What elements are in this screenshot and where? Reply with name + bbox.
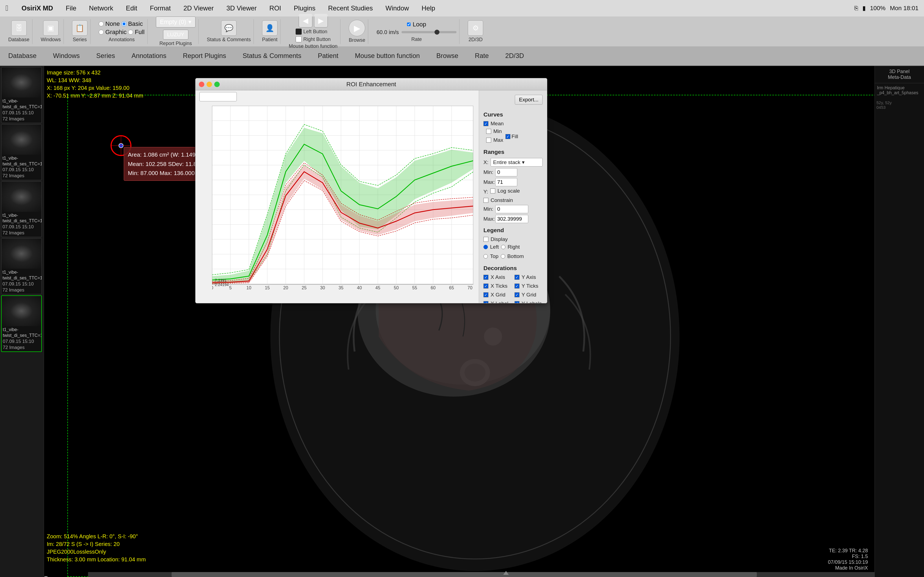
database-label[interactable]: Database [8, 37, 29, 43]
legend-right-radio[interactable] [501, 245, 506, 249]
y-labels-checkbox[interactable]: ✓ [515, 301, 520, 303]
none-radio-input[interactable] [99, 21, 104, 26]
y-axis-label: Y Axis [522, 274, 536, 280]
graphic-radio[interactable]: Graphic Full [99, 29, 145, 36]
status-button[interactable]: 💬 [221, 20, 236, 36]
toolbar-browse: ▶ Browse [346, 19, 368, 44]
tab-windows[interactable]: Windows [53, 50, 80, 63]
tab-rate[interactable]: Rate [475, 50, 489, 63]
2d3d-button[interactable]: ⚙ [468, 20, 483, 36]
tab-status[interactable]: Status & Comments [242, 50, 301, 63]
legend-left-radio[interactable] [483, 245, 488, 249]
roi-maximize-button[interactable] [214, 82, 220, 87]
report-dropdown[interactable]: Empty (0) ▾ [156, 16, 195, 27]
x-grid-row: ✓ X Grid [483, 292, 512, 298]
x-min-input[interactable] [495, 168, 517, 176]
export-button[interactable]: Export... [515, 95, 543, 105]
tab-mouse[interactable]: Mouse button function [355, 50, 420, 63]
none-radio[interactable]: None Basic [99, 20, 145, 27]
viewer-area[interactable]: 4D (5/5) - t1_vibe-twist_dixon_tra_p4_bh… [44, 66, 924, 577]
roi-minimize-button[interactable] [207, 82, 212, 87]
x-max-input[interactable] [495, 178, 517, 186]
loop-checkbox[interactable] [407, 23, 410, 26]
tab-annotations[interactable]: Annotations [131, 50, 166, 63]
meta-data-label[interactable]: Meta-Data [877, 74, 921, 80]
min-label: Min [493, 128, 502, 134]
display-dropdown[interactable]: Display: All ▾ [199, 92, 237, 102]
legend-top[interactable]: Top [483, 253, 499, 259]
series-item-4[interactable]: t1_vibe-twist_di_ses_TTC=1 07.09.15 15:1… [1, 295, 42, 352]
horizontal-scrollbar[interactable] [88, 572, 924, 577]
series-item-0[interactable]: t1_vibe-twist_di_ses_TTC=1 07.09.15 15:1… [1, 67, 42, 123]
mean-checkbox[interactable]: ✓ [483, 121, 488, 126]
rate-slider-thumb[interactable] [435, 30, 439, 35]
series-item-1[interactable]: t1_vibe-twist_di_ses_TTC=1 07.09.15 15:1… [1, 124, 42, 180]
menu-app[interactable]: OsiriX MD [19, 3, 55, 13]
graphic-radio-input[interactable] [99, 30, 104, 35]
clock: Mon 18:01 [890, 5, 919, 12]
menu-help[interactable]: Help [419, 3, 437, 13]
tab-series[interactable]: Series [96, 50, 115, 63]
max-checkbox[interactable] [486, 138, 491, 143]
roi-close-button[interactable] [199, 82, 204, 87]
tab-browse[interactable]: Browse [436, 50, 459, 63]
tab-database[interactable]: Database [8, 50, 37, 63]
full-radio-input[interactable] [128, 30, 133, 35]
tab-report[interactable]: Report Plugins [183, 50, 226, 63]
svg-marker-69 [503, 571, 509, 575]
roi-chart-area: Display: All ▾ [195, 90, 479, 303]
play-button[interactable]: ▶ [349, 20, 365, 36]
patient-id-num: 0453 [876, 105, 922, 110]
x-label-checkbox[interactable]: ✓ [483, 301, 488, 303]
x-axis-checkbox[interactable]: ✓ [483, 275, 488, 280]
y-axis-checkbox[interactable]: ✓ [515, 275, 520, 280]
y-grid-label: Y Grid [522, 292, 536, 298]
x-min-label: Min: [483, 169, 493, 175]
menu-plugins[interactable]: Plugins [291, 3, 318, 13]
menu-edit[interactable]: Edit [124, 3, 139, 13]
menu-format[interactable]: Format [148, 3, 173, 13]
tab-2d3d[interactable]: 2D/3D [505, 50, 524, 63]
log-scale-checkbox[interactable] [490, 189, 495, 193]
patient-button[interactable]: 👤 [262, 20, 278, 36]
x-range-dropdown[interactable]: Entire stack ▾ [491, 158, 543, 166]
series-button[interactable]: 📋 [72, 20, 87, 36]
menu-window[interactable]: Window [383, 3, 411, 13]
rate-slider[interactable] [402, 31, 457, 33]
database-button[interactable]: 🗄 [11, 20, 27, 36]
basic-radio-input[interactable] [121, 21, 126, 26]
windows-label[interactable]: Windows [41, 37, 61, 43]
windows-button[interactable]: ▣ [43, 20, 58, 36]
y-max-input[interactable] [495, 215, 528, 223]
series-item-2[interactable]: t1_vibe-twist_di_ses_TTC=1 07.09.15 15:1… [1, 181, 42, 237]
legend-bottom[interactable]: Bottom [501, 253, 524, 259]
menu-3d-viewer[interactable]: 3D Viewer [224, 3, 259, 13]
y-ticks-checkbox[interactable]: ✓ [515, 284, 520, 288]
scrollbar-thumb[interactable] [171, 572, 757, 577]
series-label[interactable]: Series [73, 37, 87, 43]
legend-left[interactable]: Left [483, 244, 499, 250]
tab-patient[interactable]: Patient [318, 50, 339, 63]
svg-text:25: 25 [302, 285, 307, 290]
menu-roi[interactable]: ROI [267, 3, 284, 13]
min-checkbox[interactable] [486, 129, 491, 134]
legend-top-radio[interactable] [483, 254, 488, 259]
series-thumb-0 [2, 67, 42, 98]
menu-network[interactable]: Network [87, 3, 115, 13]
made-in: Made In OsiriX [828, 565, 868, 571]
menu-recent-studies[interactable]: Recent Studies [326, 3, 375, 13]
y-grid-checkbox[interactable]: ✓ [515, 292, 520, 297]
y-min-input[interactable] [495, 205, 528, 213]
series-item-3[interactable]: t1_vibe-twist_di_ses_TTC=1 07.09.15 15:1… [1, 238, 42, 294]
legend-bottom-radio[interactable] [501, 254, 505, 259]
legend-right[interactable]: Right [501, 244, 520, 250]
menu-2d-viewer[interactable]: 2D Viewer [181, 3, 216, 13]
legend-display-checkbox[interactable] [483, 237, 488, 242]
3d-panel-label[interactable]: 3D Panel [877, 69, 921, 74]
constrain-checkbox[interactable] [483, 198, 488, 203]
x-grid-checkbox[interactable]: ✓ [483, 292, 488, 297]
roi-chart-svg: 275 250 225 200 175 150 125 100 75 50 25 [212, 106, 473, 298]
x-ticks-checkbox[interactable]: ✓ [483, 284, 488, 288]
fill-checkbox[interactable]: ✓ [506, 134, 510, 139]
menu-file[interactable]: File [63, 3, 79, 13]
